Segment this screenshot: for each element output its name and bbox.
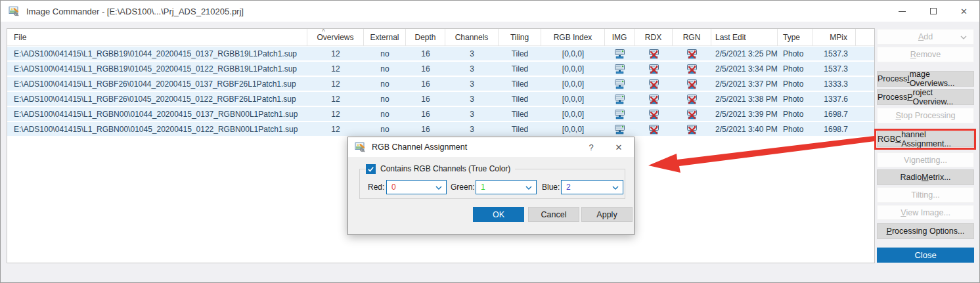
table-row[interactable]: E:\ADS100\041415\L1_RGBN00\01044_2020041…	[7, 107, 874, 121]
sort-ascending-icon: ^	[322, 28, 325, 35]
last-edit-value: 2/5/2021 3:38 PM	[711, 92, 778, 106]
close-icon: ✕	[615, 142, 623, 152]
column-header-rgn[interactable]: RGN	[673, 29, 711, 46]
network-drive-connected-icon	[614, 124, 625, 135]
external-value: no	[364, 62, 406, 76]
checkmark-icon	[367, 165, 374, 173]
contains-rgb-channels-checkbox[interactable]	[366, 164, 376, 174]
rgn-status-cell	[673, 77, 711, 91]
column-header-mpix[interactable]: MPix	[813, 29, 856, 46]
mpix-value: 1698.7	[813, 122, 856, 136]
apply-button[interactable]: Apply	[581, 207, 633, 222]
overviews-value: 12	[307, 92, 364, 106]
radiometrix-button[interactable]: RadioMetrix...	[877, 169, 974, 185]
column-header-file[interactable]: File	[7, 29, 307, 46]
rgb-channel-assignment-button[interactable]: RGB Channel Assignment...	[877, 131, 974, 147]
help-icon: ?	[589, 142, 593, 152]
app-icon	[9, 6, 20, 16]
depth-value: 16	[406, 77, 445, 91]
green-label: Green:	[451, 180, 475, 194]
maximize-icon	[930, 8, 937, 14]
filler-cell	[856, 122, 874, 136]
rgb-index-value: [0,0,0]	[541, 107, 605, 121]
process-project-overview-button[interactable]: Process Project Overview...	[877, 89, 974, 105]
dialog-title: RGB Channel Assignment	[372, 142, 467, 152]
network-drive-error-icon	[648, 124, 659, 135]
column-header-rdx[interactable]: RDX	[635, 29, 673, 46]
cancel-button[interactable]: Cancel	[528, 207, 579, 222]
add-button[interactable]: Add	[877, 29, 974, 45]
table-row[interactable]: E:\ADS100\041415\L1_RGBF26\01044_2020041…	[7, 77, 874, 91]
rgb-index-value: [0,0,0]	[541, 122, 605, 136]
close-button[interactable]: ✕	[948, 1, 979, 22]
vignetting-button[interactable]: Vignetting...	[877, 152, 974, 167]
dialog-title-bar: RGB Channel Assignment ? ✕	[348, 137, 634, 157]
green-channel-select[interactable]: 1	[476, 180, 537, 194]
file-path: E:\ADS100\041415\L1_RGBN00\01045_2020041…	[7, 122, 307, 136]
file-path: E:\ADS100\041415\L1_RGBF26\01044_2020041…	[7, 77, 307, 91]
blue-channel-value: 2	[566, 183, 571, 192]
table-row[interactable]: E:\ADS100\041415\L1_RGBF26\01045_2020041…	[7, 92, 874, 106]
column-header-img[interactable]: IMG	[605, 29, 635, 46]
dialog-close-button[interactable]: ✕	[608, 137, 630, 157]
type-value: Photo	[778, 92, 813, 106]
network-drive-error-icon	[686, 94, 698, 104]
processing-options-button[interactable]: Processing Options...	[877, 223, 974, 239]
channels-value: 3	[445, 47, 499, 60]
stop-processing-button[interactable]: Stop Processing	[877, 108, 974, 123]
maximize-button[interactable]	[918, 1, 948, 22]
table-row[interactable]: E:\ADS100\041415\L1_RGBB19\01045_2020041…	[7, 62, 874, 76]
minimize-button[interactable]	[887, 1, 918, 22]
mpix-value: 1337.6	[813, 92, 856, 106]
column-header-last-edit[interactable]: Last Edit	[711, 29, 778, 46]
column-header-type[interactable]: Type	[778, 29, 813, 46]
external-value: no	[364, 107, 406, 121]
last-edit-value: 2/5/2021 3:25 PM	[711, 47, 778, 60]
filler-cell	[856, 62, 874, 76]
overviews-value: 12	[307, 47, 364, 60]
file-path: E:\ADS100\041415\L1_RGBB19\01045_2020041…	[7, 62, 307, 76]
channels-value: 3	[445, 107, 499, 121]
column-header-rgb-index[interactable]: RGB Index	[541, 29, 605, 46]
image-commander-window: Image Commander - [E:\ADS100\...\Prj_ADS…	[0, 0, 980, 283]
close-icon: ✕	[960, 7, 968, 16]
last-edit-value: 2/5/2021 3:37 PM	[711, 77, 778, 91]
title-bar: Image Commander - [E:\ADS100\...\Prj_ADS…	[1, 1, 979, 22]
tiling-value: Tiled	[499, 47, 541, 60]
tilting-button[interactable]: Tilting...	[877, 187, 974, 203]
column-header-depth[interactable]: Depth	[406, 29, 445, 46]
close-dialog-button-sidebar[interactable]: Close	[877, 248, 974, 263]
img-status-cell	[605, 47, 635, 60]
remove-button[interactable]: Remove	[877, 47, 974, 62]
rdx-status-cell	[635, 62, 673, 76]
chevron-down-icon	[435, 186, 442, 190]
depth-value: 16	[406, 107, 445, 121]
blue-channel-select[interactable]: 2	[561, 180, 623, 194]
column-header-overviews[interactable]: Overviews	[307, 29, 364, 46]
rgn-status-cell	[673, 107, 711, 121]
overviews-value: 12	[307, 62, 364, 76]
process-image-overviews-button[interactable]: Process Image Overviews...	[877, 71, 974, 87]
rdx-status-cell	[635, 122, 673, 136]
table-row[interactable]: E:\ADS100\041415\L1_RGBN00\01045_2020041…	[7, 122, 874, 136]
column-header-external[interactable]: External	[364, 29, 406, 46]
rdx-status-cell	[635, 77, 673, 91]
red-channel-select[interactable]: 0	[386, 180, 447, 194]
column-header-filler	[856, 29, 874, 46]
tiling-value: Tiled	[499, 77, 541, 91]
table-row[interactable]: E:\ADS100\041415\L1_RGBB19\01044_2020041…	[7, 47, 874, 60]
column-header-channels[interactable]: Channels	[445, 29, 499, 46]
filler-cell	[856, 77, 874, 91]
column-header-tiling[interactable]: Tiling	[499, 29, 541, 46]
external-value: no	[364, 47, 406, 60]
mpix-value: 1537.3	[813, 62, 856, 76]
help-button[interactable]: ?	[580, 137, 602, 157]
channels-value: 3	[445, 122, 499, 136]
file-path: E:\ADS100\041415\L1_RGBF26\01045_2020041…	[7, 92, 307, 106]
window-title: Image Commander - [E:\ADS100\...\Prj_ADS…	[26, 7, 244, 16]
green-channel-value: 1	[481, 183, 485, 192]
network-drive-error-icon	[648, 49, 659, 59]
view-image-button[interactable]: View Image...	[877, 205, 974, 220]
img-status-cell	[605, 77, 635, 91]
ok-button[interactable]: OK	[473, 207, 524, 222]
